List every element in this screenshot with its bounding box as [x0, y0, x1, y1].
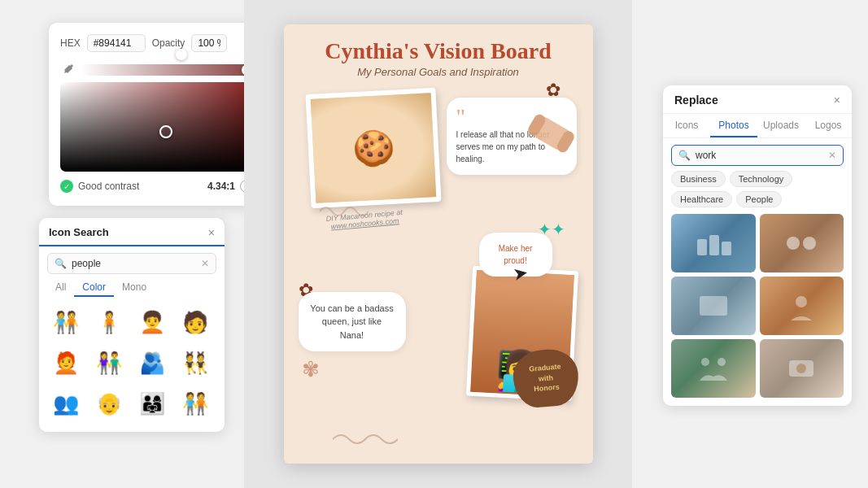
icon-item[interactable]: 👯: [177, 344, 214, 381]
photo-thumb-5[interactable]: [671, 339, 756, 398]
alpha-slider[interactable]: [81, 64, 253, 76]
color-picker-panel: HEX Opacity ✓ Good contrast 4.34:1 i: [49, 23, 264, 206]
clear-search-icon[interactable]: ✕: [201, 258, 209, 269]
replace-clear-icon[interactable]: ✕: [828, 150, 836, 161]
svg-rect-5: [700, 296, 727, 316]
chip-technology[interactable]: Technology: [730, 171, 793, 187]
icon-item[interactable]: 🧑‍🤝‍🧑: [177, 385, 214, 422]
svg-point-8: [718, 358, 726, 366]
tab-all[interactable]: All: [47, 279, 74, 297]
chip-row: Business Technology Healthcare People: [663, 171, 852, 214]
icon-item[interactable]: 👴: [90, 385, 128, 422]
icon-item[interactable]: 🧑: [177, 303, 214, 341]
hex-label: HEX: [60, 37, 81, 49]
canvas-area: Cynthia's Vision Board My Personal Goals…: [244, 0, 632, 488]
tab-uploads[interactable]: Uploads: [757, 114, 805, 137]
opacity-input[interactable]: [191, 34, 227, 52]
vision-board-subtitle: My Personal Goals and Inspiration: [284, 66, 593, 78]
contrast-ratio: 4.34:1: [207, 181, 235, 192]
svg-rect-0: [697, 239, 707, 255]
photo-thumb-1[interactable]: [671, 214, 756, 272]
opacity-label: Opacity: [152, 37, 185, 49]
icon-grid: 🧑‍🤝‍🧑 🧍 🧑‍🦱 🧑 🧑‍🦰 👫 🫂 👯 👥 👴 👨‍👩‍👧 🧑‍🤝‍🧑: [39, 303, 225, 422]
replace-tabs: Icons Photos Uploads Logos: [663, 114, 852, 138]
icon-filter-tabs: All Color Mono: [39, 279, 225, 297]
icon-search-close-button[interactable]: ×: [208, 227, 215, 238]
icon-search-panel: Icon Search × 🔍 ✕ All Color Mono 🧑‍🤝‍🧑 🧍…: [39, 218, 225, 432]
replace-title: Replace: [674, 94, 718, 107]
icon-item[interactable]: 🧍: [90, 303, 128, 341]
svg-point-7: [701, 358, 709, 366]
icon-search-title: Icon Search: [49, 226, 109, 238]
svg-point-4: [803, 237, 816, 250]
contrast-check-icon: ✓: [60, 180, 73, 193]
wave-deco-2: [320, 203, 369, 220]
replace-search-input[interactable]: [696, 150, 823, 161]
icon-item[interactable]: 👥: [47, 385, 85, 422]
hex-input[interactable]: [87, 34, 146, 52]
macaroon-photo[interactable]: 🍪: [305, 88, 441, 208]
replace-panel: Replace × Icons Photos Uploads Logos 🔍 ✕…: [663, 85, 852, 406]
macaroon-image: 🍪: [310, 93, 435, 203]
wave-deco: [333, 431, 398, 447]
chip-business[interactable]: Business: [671, 171, 726, 187]
tab-icons[interactable]: Icons: [663, 114, 710, 137]
make-proud-bubble: Make her proud!: [479, 233, 552, 277]
icon-item[interactable]: 🧑‍🤝‍🧑: [47, 303, 85, 341]
color-gradient-box[interactable]: [60, 82, 253, 172]
photo-thumb-6[interactable]: [760, 339, 844, 398]
tab-photos[interactable]: Photos: [710, 114, 757, 137]
vision-board-title: Cynthia's Vision Board: [284, 39, 593, 64]
replace-close-button[interactable]: ×: [834, 94, 840, 107]
chip-healthcare[interactable]: Healthcare: [671, 191, 732, 207]
svg-rect-1: [709, 235, 719, 255]
search-icon: 🔍: [55, 258, 67, 269]
vision-board[interactable]: Cynthia's Vision Board My Personal Goals…: [284, 24, 593, 464]
tab-color[interactable]: Color: [74, 279, 114, 297]
tab-mono[interactable]: Mono: [114, 279, 155, 297]
svg-point-3: [787, 237, 800, 250]
replace-search-icon: 🔍: [678, 150, 691, 161]
chip-people[interactable]: People: [736, 191, 782, 207]
svg-rect-2: [722, 242, 731, 255]
icon-item[interactable]: 👫: [90, 344, 128, 381]
icon-item[interactable]: 🫂: [133, 344, 171, 381]
tab-logos[interactable]: Logos: [805, 114, 852, 137]
photo-thumb-3[interactable]: [671, 277, 756, 335]
queen-bubble: You can be a badass queen, just like Nan…: [299, 292, 406, 352]
svg-point-10: [796, 364, 806, 373]
queen-bubble-text: You can be a badass queen, just like Nan…: [310, 303, 393, 340]
contrast-label: Good contrast: [78, 181, 203, 192]
svg-point-6: [796, 296, 807, 307]
icon-item[interactable]: 🧑‍🦱: [133, 303, 171, 341]
eyedropper-icon[interactable]: [60, 61, 75, 76]
photo-grid: [663, 214, 852, 406]
icon-search-input[interactable]: [72, 258, 196, 269]
flower-deco-4: ✾: [302, 357, 320, 382]
icon-item[interactable]: 🧑‍🦰: [47, 344, 85, 381]
photo-thumb-4[interactable]: [760, 277, 844, 335]
photo-thumb-2[interactable]: [760, 214, 844, 272]
icon-item[interactable]: 👨‍👩‍👧: [133, 385, 171, 422]
